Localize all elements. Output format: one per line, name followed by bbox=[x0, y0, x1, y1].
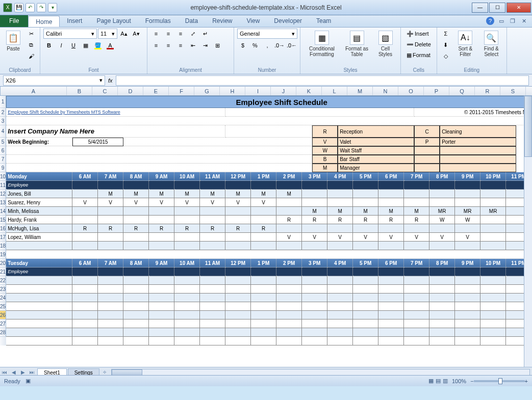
formula-bar[interactable] bbox=[116, 75, 529, 86]
shift-cell[interactable] bbox=[200, 276, 225, 285]
shift-cell[interactable] bbox=[302, 302, 327, 311]
hour-header[interactable]: 11 AM bbox=[200, 172, 225, 181]
delete-cells-button[interactable]: ➖ Delete bbox=[404, 39, 434, 49]
shift-cell[interactable] bbox=[251, 276, 276, 285]
shift-cell[interactable]: V bbox=[353, 233, 378, 242]
ribbon-tab-view[interactable]: View bbox=[240, 15, 267, 27]
employee-name[interactable] bbox=[6, 302, 72, 311]
qat-more-icon[interactable]: ▾ bbox=[48, 3, 57, 12]
shift-cell[interactable] bbox=[429, 198, 455, 207]
shift-cell[interactable] bbox=[200, 216, 225, 224]
day-name[interactable]: Tuesday bbox=[6, 259, 72, 268]
column-header[interactable]: A bbox=[1, 87, 67, 95]
cell[interactable] bbox=[440, 155, 516, 164]
shift-cell[interactable]: V bbox=[174, 198, 200, 207]
find-select-button[interactable]: 🔍Find & Select bbox=[479, 29, 503, 59]
shift-cell[interactable] bbox=[480, 233, 506, 242]
cell[interactable] bbox=[440, 146, 516, 155]
cell[interactable]: Manager bbox=[338, 164, 414, 172]
hour-header[interactable]: 6 PM bbox=[378, 172, 404, 181]
hour-header[interactable]: 11 AM bbox=[200, 259, 225, 268]
shift-cell[interactable]: M bbox=[98, 190, 123, 198]
cell[interactable] bbox=[251, 268, 276, 276]
hour-header[interactable]: 6 AM bbox=[72, 172, 98, 181]
shift-cell[interactable]: M bbox=[404, 207, 429, 216]
fx-icon[interactable]: fx bbox=[108, 77, 113, 84]
shift-cell[interactable] bbox=[327, 319, 353, 328]
hour-header[interactable]: 3 PM bbox=[302, 259, 327, 268]
shift-cell[interactable] bbox=[225, 294, 251, 302]
shift-cell[interactable] bbox=[174, 337, 200, 345]
cell[interactable] bbox=[6, 250, 532, 259]
column-header[interactable]: M bbox=[347, 87, 373, 95]
employee-name[interactable] bbox=[6, 285, 72, 294]
row-header[interactable]: 21 bbox=[0, 268, 6, 276]
shift-cell[interactable] bbox=[174, 207, 200, 216]
format-as-table-button[interactable]: ▤Format as Table bbox=[342, 29, 371, 59]
shift-cell[interactable] bbox=[149, 328, 174, 337]
cell[interactable]: P bbox=[414, 138, 440, 146]
shift-cell[interactable] bbox=[378, 242, 404, 250]
shift-cell[interactable] bbox=[302, 224, 327, 233]
shift-cell[interactable] bbox=[327, 224, 353, 233]
shift-cell[interactable] bbox=[378, 190, 404, 198]
minimize-ribbon-icon[interactable]: ▭ bbox=[497, 17, 505, 25]
hour-header[interactable]: 8 AM bbox=[123, 172, 149, 181]
shift-cell[interactable] bbox=[123, 276, 149, 285]
shift-cell[interactable] bbox=[251, 294, 276, 302]
hour-header[interactable]: 9 AM bbox=[149, 259, 174, 268]
shift-cell[interactable] bbox=[149, 285, 174, 294]
cell[interactable] bbox=[6, 155, 312, 164]
shift-cell[interactable] bbox=[200, 302, 225, 311]
shift-cell[interactable] bbox=[72, 302, 98, 311]
employee-name[interactable] bbox=[6, 276, 72, 285]
shift-cell[interactable] bbox=[200, 337, 225, 345]
shift-cell[interactable] bbox=[225, 242, 251, 250]
shift-cell[interactable] bbox=[123, 285, 149, 294]
row-header[interactable]: 13 bbox=[0, 198, 6, 207]
row-header[interactable]: 17 bbox=[0, 233, 6, 242]
shift-cell[interactable] bbox=[302, 276, 327, 285]
shift-cell[interactable] bbox=[98, 311, 123, 319]
shift-cell[interactable] bbox=[327, 337, 353, 345]
fill-color-button[interactable]: 🪣 bbox=[92, 40, 104, 50]
hour-header[interactable]: 2 PM bbox=[276, 172, 302, 181]
shift-cell[interactable] bbox=[200, 294, 225, 302]
shift-cell[interactable] bbox=[302, 285, 327, 294]
fill-button[interactable]: ⬇ bbox=[440, 40, 451, 50]
shift-cell[interactable] bbox=[149, 294, 174, 302]
shift-cell[interactable] bbox=[225, 328, 251, 337]
copyright[interactable]: © 2011-2015 Timesheets MTS Software bbox=[414, 108, 532, 117]
hour-header[interactable]: 10 AM bbox=[174, 172, 200, 181]
shift-cell[interactable] bbox=[429, 302, 455, 311]
hour-header[interactable]: 4 PM bbox=[327, 259, 353, 268]
shift-cell[interactable] bbox=[404, 242, 429, 250]
shift-cell[interactable]: R bbox=[353, 216, 378, 224]
shift-cell[interactable] bbox=[480, 337, 506, 345]
shift-cell[interactable] bbox=[200, 233, 225, 242]
hour-header[interactable]: 6 PM bbox=[378, 259, 404, 268]
employee-name[interactable] bbox=[6, 328, 72, 337]
employee-name[interactable] bbox=[6, 242, 72, 250]
cell[interactable] bbox=[72, 268, 98, 276]
shift-cell[interactable] bbox=[378, 302, 404, 311]
cut-button[interactable]: ✂ bbox=[26, 29, 37, 39]
shift-cell[interactable] bbox=[429, 190, 455, 198]
shift-cell[interactable] bbox=[72, 242, 98, 250]
cell[interactable] bbox=[302, 268, 327, 276]
shift-cell[interactable] bbox=[404, 302, 429, 311]
shift-cell[interactable] bbox=[98, 294, 123, 302]
format-cells-button[interactable]: ▦ Format bbox=[404, 50, 433, 60]
row-header[interactable]: 7 bbox=[0, 155, 6, 164]
shift-cell[interactable] bbox=[98, 216, 123, 224]
cell[interactable] bbox=[414, 164, 440, 172]
shift-cell[interactable] bbox=[378, 337, 404, 345]
shift-cell[interactable] bbox=[276, 285, 302, 294]
hour-header[interactable]: 7 PM bbox=[404, 259, 429, 268]
shift-cell[interactable] bbox=[480, 302, 506, 311]
cell[interactable] bbox=[404, 181, 429, 190]
copy-button[interactable]: ⧉ bbox=[26, 40, 37, 50]
legend-code[interactable]: C bbox=[414, 125, 440, 138]
cell[interactable] bbox=[480, 181, 506, 190]
employee-name[interactable] bbox=[6, 337, 72, 345]
